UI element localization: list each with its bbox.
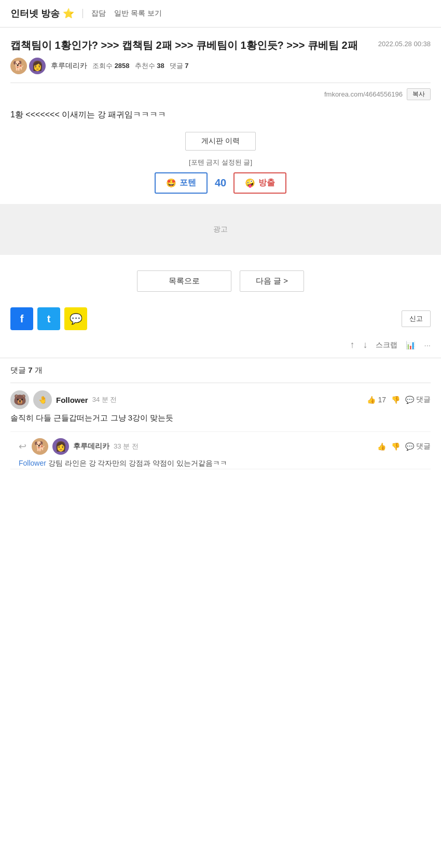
report-button[interactable]: 신고 <box>402 310 431 327</box>
reply-thumbdown-icon: 👎 <box>391 442 400 451</box>
upvote-arrow-icon: ↑ <box>350 340 354 350</box>
comment-time: 34 분 전 <box>92 395 117 404</box>
reply-arrow-icon: ↩ <box>19 441 26 452</box>
scrap-button[interactable]: 스크랩 <box>376 341 397 350</box>
comment-dislike-button[interactable]: 👎 <box>391 396 400 404</box>
copy-button[interactable]: 복사 <box>407 88 431 100</box>
bangchul-label: 방출 <box>258 178 275 188</box>
thumbdown-icon: 👎 <box>391 396 400 404</box>
comment-count-meta: 댓글 7 <box>170 61 189 71</box>
social-row: f t 💬 신고 <box>0 307 441 335</box>
comment-actions: 👍 17 👎 💬 댓글 <box>367 395 431 404</box>
poten-emoji-icon: 🤩 <box>166 178 176 188</box>
nav-divider <box>82 9 83 18</box>
reply-meta: ↩ 🐕 👩 후루데리카 33 분 전 👍 👎 💬 댓글 <box>19 438 431 455</box>
avatar-purple-icon: 👩 <box>29 58 46 74</box>
post-date: 2022.05.28 00:38 <box>378 38 431 48</box>
comment-item: 🐻 🤚 Follower 34 분 전 👍 17 👎 💬 댓글 솔직히 다들 근… <box>10 383 431 432</box>
url-row: fmkorea.com/4664556196 복사 <box>10 88 431 100</box>
section-title: 인터넷 방송 ⭐ <box>10 7 74 20</box>
thumbup-icon: 👍 <box>367 396 376 404</box>
poten-button[interactable]: 🤩 포텐 <box>155 172 208 194</box>
reply-dislike-button[interactable]: 👎 <box>391 442 400 451</box>
comments-section: 댓글 7 개 🐻 🤚 Follower 34 분 전 👍 17 👎 💬 댓글 <box>0 358 441 469</box>
navigation-buttons: 목록으로 다음 글 > <box>10 255 431 307</box>
comment-meta: 🐻 🤚 Follower 34 분 전 👍 17 👎 💬 댓글 <box>10 390 431 409</box>
author-avatars: 🐕 👩 <box>10 58 46 74</box>
post-content: 1황 <<<<<<< 이새끼는 강 패귀임ㅋㅋㅋㅋ <box>10 107 431 121</box>
reply-reply-button[interactable]: 💬 댓글 <box>405 442 431 451</box>
poten-label: 포텐 <box>180 178 196 188</box>
comments-header: 댓글 7 개 <box>10 358 431 383</box>
social-icons: f t 💬 <box>10 307 87 330</box>
comment-reply-button[interactable]: 💬 댓글 <box>405 395 431 404</box>
downvote-arrow-icon: ↓ <box>363 340 367 350</box>
reply-text: Follower 강팀 라인은 강 각자만의 강점과 약점이 있는거같음ㅋㅋ <box>19 458 431 469</box>
ad-section: 광고 <box>0 204 441 255</box>
post-divider <box>10 83 431 83</box>
list-button[interactable]: 목록으로 <box>137 270 231 292</box>
facebook-icon: f <box>20 313 24 325</box>
post-container: 캡책팀이 1황인가? >>> 캡책팀 2패 >>> 큐베팀이 1황인듯? >>>… <box>0 28 441 307</box>
post-url: fmkorea.com/4664556196 <box>324 90 403 98</box>
reply-thumbup-icon: 👍 <box>377 442 386 451</box>
kakao-share-button[interactable]: 💬 <box>64 307 87 330</box>
top-navigation: 인터넷 방송 ⭐ 잡담 일반 목록 보기 <box>0 0 441 28</box>
poten-info: [포텐 금지 설정된 글] <box>10 158 431 167</box>
downvote-button[interactable]: ↓ <box>363 340 367 350</box>
reply-like-button[interactable]: 👍 <box>377 442 386 451</box>
bangchul-button[interactable]: 🤪 방출 <box>233 172 286 194</box>
commenter-avatar2: 🤚 <box>33 390 52 409</box>
reply-avatar-dog: 🐕 <box>32 438 48 455</box>
reply-avatar-purple: 👩 <box>52 438 69 455</box>
bangchul-emoji-icon: 🤪 <box>245 178 255 188</box>
reply-time: 33 분 전 <box>114 442 139 451</box>
star-icon: ⭐ <box>63 8 74 19</box>
kakao-icon: 💬 <box>70 313 82 325</box>
comment-text: 솔직히 다들 근들갑떠는거고 그냥 3강이 맞는듯 <box>10 412 431 424</box>
next-post-button[interactable]: 다음 글 > <box>240 270 304 292</box>
section-title-text: 인터넷 방송 <box>10 7 60 20</box>
ad-label: 광고 <box>213 225 228 233</box>
reply-comment-icon2: 💬 <box>405 442 414 451</box>
board-history-button[interactable]: 게시판 이력 <box>185 132 256 151</box>
reply-comment-icon: 💬 <box>405 396 414 404</box>
commenter-avatar: 🐻 <box>10 390 29 409</box>
reply-actions: 👍 👎 💬 댓글 <box>377 442 431 451</box>
more-button[interactable]: ··· <box>424 341 431 349</box>
post-title: 캡책팀이 1황인가? >>> 캡책팀 2패 >>> 큐베팀이 1황인듯? >>>… <box>10 38 370 52</box>
reply-item: ↩ 🐕 👩 후루데리카 33 분 전 👍 👎 💬 댓글 Follower <box>10 432 431 469</box>
chart-icon[interactable]: 📊 <box>406 341 416 350</box>
recommend-count: 추천수 38 <box>135 61 164 71</box>
nav-link-list[interactable]: 일반 목록 보기 <box>114 9 162 18</box>
post-header: 캡책팀이 1황인가? >>> 캡책팀 2패 >>> 큐베팀이 1황인듯? >>>… <box>10 38 431 52</box>
reply-author-name: 후루데리카 <box>73 442 109 451</box>
facebook-share-button[interactable]: f <box>10 307 33 330</box>
comment-like-button[interactable]: 👍 17 <box>367 396 386 404</box>
poten-row: 🤩 포텐 40 🤪 방출 <box>10 172 431 194</box>
twitter-icon: t <box>47 313 51 325</box>
poten-count: 40 <box>213 177 228 189</box>
commenter-name: Follower <box>56 396 88 404</box>
nav-link-chatting[interactable]: 잡담 <box>91 9 106 18</box>
upvote-button[interactable]: ↑ <box>350 340 354 350</box>
post-meta: 🐕 👩 후루데리카 조회수 2858 추천수 38 댓글 7 <box>10 58 431 74</box>
reply-mention: Follower <box>19 459 46 467</box>
vote-row: ↑ ↓ 스크랩 📊 ··· <box>0 335 441 358</box>
view-count: 조회수 2858 <box>92 61 130 71</box>
avatar-dog-icon: 🐕 <box>10 58 27 74</box>
twitter-share-button[interactable]: t <box>37 307 60 330</box>
author-name: 후루데리카 <box>51 61 87 71</box>
